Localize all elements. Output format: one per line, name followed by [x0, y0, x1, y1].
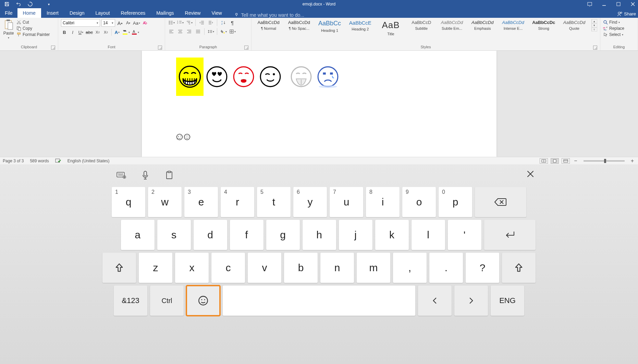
justify-button[interactable] — [195, 28, 201, 35]
decrease-indent-button[interactable] — [198, 19, 205, 26]
style-title[interactable]: AaBTitle — [377, 19, 405, 37]
format-painter-button[interactable]: Format Painter — [16, 32, 50, 37]
grow-font-button[interactable]: A▴ — [116, 20, 123, 26]
show-marks-button[interactable]: ¶ — [229, 19, 236, 26]
key-d[interactable]: d — [194, 220, 227, 250]
bullets-button[interactable]: ▾ — [168, 19, 175, 26]
web-layout-icon[interactable] — [562, 158, 570, 164]
zoom-slider[interactable] — [584, 160, 625, 162]
status-language[interactable]: English (United States) — [68, 159, 110, 163]
close-icon[interactable] — [630, 2, 635, 7]
font-name-combo[interactable]: Calibri▾ — [61, 19, 100, 27]
styles-scroll-2[interactable]: ▿ — [592, 27, 597, 32]
copy-button[interactable]: Copy — [16, 26, 50, 31]
save-icon[interactable] — [4, 1, 10, 7]
key-m[interactable]: m — [357, 253, 390, 283]
key-backspace[interactable] — [475, 187, 526, 217]
styles-scroll-0[interactable]: ▴ — [592, 19, 597, 23]
style-normal[interactable]: AaBbCcDd¶ Normal — [254, 19, 283, 31]
key-period[interactable]: . — [429, 253, 463, 283]
read-mode-icon[interactable] — [540, 158, 548, 164]
key-question[interactable]: ? — [466, 253, 499, 283]
select-button[interactable]: Select ▾ — [603, 32, 624, 37]
key-r[interactable]: 4r — [221, 187, 254, 217]
tell-me-search[interactable]: Tell me what you want to do... — [234, 12, 304, 18]
key-z[interactable]: z — [139, 253, 172, 283]
style-h2[interactable]: AaBbCcEHeading 2 — [346, 19, 375, 32]
style-subtleem[interactable]: AaBbCcDdSubtle Em... — [438, 19, 466, 31]
styles-scroll-1[interactable]: ▾ — [592, 23, 597, 27]
tab-insert[interactable]: Insert — [41, 8, 64, 18]
key-symbols[interactable]: &123 — [114, 286, 147, 316]
microphone-icon[interactable] — [140, 171, 150, 180]
key-emoji[interactable] — [186, 286, 220, 316]
style-h1[interactable]: AaBbCcHeading 1 — [315, 19, 344, 33]
paragraph-dialog-icon[interactable] — [244, 46, 248, 50]
qat-customize-icon[interactable]: ▾ — [46, 1, 51, 7]
zoom-in-button[interactable]: + — [629, 158, 635, 164]
borders-button[interactable]: ▾ — [229, 28, 236, 35]
tab-references[interactable]: References — [115, 8, 151, 18]
key-l[interactable]: l — [412, 220, 445, 250]
font-dialog-icon[interactable] — [158, 46, 162, 50]
cut-button[interactable]: Cut — [16, 20, 50, 25]
tab-view[interactable]: View — [206, 8, 227, 18]
highlight-button[interactable]: ▾ — [122, 29, 130, 36]
strikethrough-button[interactable]: abc — [86, 29, 93, 36]
key-n[interactable]: n — [320, 253, 354, 283]
underline-button[interactable]: U▾ — [77, 29, 84, 36]
align-left-button[interactable] — [168, 28, 175, 35]
key-space[interactable] — [223, 286, 415, 316]
align-center-button[interactable] — [177, 28, 184, 35]
shrink-font-button[interactable]: A▾ — [125, 20, 132, 26]
style-subtitle[interactable]: AaBbCcDSubtitle — [407, 19, 435, 31]
key-f[interactable]: f — [230, 220, 263, 250]
increase-indent-button[interactable] — [207, 19, 214, 26]
keyboard-close-button[interactable] — [526, 169, 535, 179]
key-apostrophe[interactable]: ' — [448, 220, 481, 250]
redo-icon[interactable] — [27, 1, 33, 7]
key-x[interactable]: x — [175, 253, 209, 283]
status-page[interactable]: Page 3 of 3 — [3, 159, 24, 163]
paste-button[interactable]: Paste ▾ — [3, 19, 14, 39]
key-comma[interactable]: , — [393, 253, 427, 283]
sort-button[interactable]: AZ — [220, 19, 227, 26]
key-w[interactable]: 2w — [148, 187, 182, 217]
minimize-icon[interactable] — [602, 2, 606, 7]
replace-button[interactable]: abacReplace — [603, 26, 624, 31]
key-c[interactable]: c — [211, 253, 245, 283]
key-i[interactable]: 8i — [366, 187, 400, 217]
tab-layout[interactable]: Layout — [90, 8, 115, 18]
font-color-button[interactable]: A▾ — [131, 29, 139, 36]
key-t[interactable]: 5t — [257, 187, 291, 217]
key-shift-right[interactable] — [502, 253, 536, 283]
spellcheck-icon[interactable] — [55, 159, 61, 163]
clipboard-icon[interactable] — [164, 171, 174, 180]
superscript-button[interactable]: X2 — [102, 29, 109, 36]
align-right-button[interactable] — [186, 28, 193, 35]
status-words[interactable]: 589 words — [30, 159, 49, 163]
key-language[interactable]: ENG — [491, 286, 524, 316]
key-e[interactable]: 3e — [184, 187, 218, 217]
undo-icon[interactable] — [16, 1, 21, 7]
style-emph[interactable]: AaBbCcDdEmphasis — [468, 19, 497, 31]
tab-home[interactable]: Home — [17, 8, 41, 18]
text-effects-button[interactable]: A▾ — [114, 29, 121, 36]
key-a[interactable]: a — [121, 220, 155, 250]
clear-formatting-button[interactable]: A — [142, 20, 148, 26]
key-enter[interactable] — [484, 220, 536, 250]
bold-button[interactable]: B — [61, 29, 68, 36]
key-ctrl[interactable]: Ctrl — [150, 286, 184, 316]
style-strong[interactable]: AaBbCcDcStrong — [529, 19, 558, 31]
tab-mailings[interactable]: Mailings — [151, 8, 179, 18]
subscript-button[interactable]: X2 — [94, 29, 101, 36]
key-right-arrow[interactable] — [454, 286, 488, 316]
print-layout-icon[interactable] — [551, 158, 559, 164]
ribbon-display-icon[interactable] — [587, 2, 592, 7]
tab-review[interactable]: Review — [180, 8, 206, 18]
document-page[interactable] — [142, 51, 496, 157]
keyboard-settings-icon[interactable] — [116, 171, 126, 180]
key-u[interactable]: 7u — [330, 187, 363, 217]
multilevel-list-button[interactable]: ▾ — [186, 19, 193, 26]
tab-design[interactable]: Design — [64, 8, 90, 18]
